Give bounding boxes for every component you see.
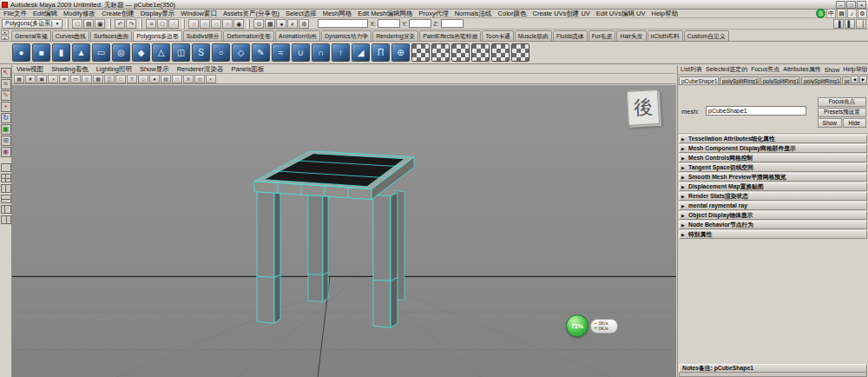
attribute-section-header[interactable]: Node Behavior节点行为 (679, 221, 867, 229)
shelf-tab[interactable]: General常规 (11, 30, 51, 41)
shelf-tab[interactable]: Muscle肌肉 (515, 30, 552, 41)
shelf-tab[interactable]: PaintEffects画笔特效 (419, 30, 481, 41)
layout-four-pane-button[interactable] (1, 174, 11, 182)
menu-item[interactable]: Color颜色 (498, 10, 527, 18)
attribute-section-header[interactable]: Tangent Space切线空间 (679, 163, 867, 172)
combine-icon[interactable]: ∪ (292, 43, 310, 62)
attribute-editor-menu-item[interactable]: Attributes属性 (783, 65, 821, 74)
tab-scroll-right-button[interactable]: ▶ (859, 76, 867, 83)
attribute-editor-menu-item[interactable]: Show (825, 67, 840, 73)
attribute-editor-menu-item[interactable]: Help帮助 (843, 65, 867, 74)
merge-vertices-icon[interactable]: ⊕ (391, 43, 410, 62)
z-coordinate-input[interactable] (441, 19, 464, 28)
safe-action-icon[interactable]: □ (115, 75, 126, 83)
film-gate-icon[interactable]: ▭ (70, 75, 81, 83)
table-leg-back-left-side[interactable] (323, 187, 328, 302)
table-leg-front-left-side[interactable] (274, 190, 280, 324)
wireframe-mode-icon[interactable]: ◇ (138, 75, 148, 83)
image-plane-icon[interactable]: ▣ (36, 75, 47, 83)
viewport-menu-item[interactable]: Shading着色 (51, 65, 89, 74)
menu-item[interactable]: Create创建 (102, 10, 135, 18)
attribute-section-header[interactable]: Render Stats渲染状态 (679, 192, 867, 201)
attribute-editor-menu-item[interactable]: List列表 (681, 65, 702, 74)
attribute-editor-menu-item[interactable]: Focus焦点 (751, 65, 779, 74)
quick-selection-input[interactable] (318, 19, 368, 28)
uv-planar-mapping-icon[interactable] (411, 43, 430, 62)
minimize-button[interactable]: − (836, 1, 845, 9)
toggle-attribute-editor-icon[interactable]: ▐ (833, 19, 844, 29)
attribute-section-header[interactable]: 特别属性 (679, 230, 867, 239)
new-scene-icon[interactable]: □ (72, 19, 82, 29)
uv-spherical-mapping-icon[interactable] (451, 43, 470, 62)
attribute-editor-tab[interactable]: polySplitRing15 (760, 76, 800, 84)
layout-two-pane-stacked-button[interactable] (1, 195, 11, 203)
shelf-tab[interactable]: nCloth布料 (648, 30, 683, 41)
toggle-tool-settings-icon[interactable]: ▌ (845, 19, 855, 29)
menu-set-dropdown[interactable]: Polygons(多边形) ▼ (2, 19, 62, 29)
undo-icon[interactable]: ↶ (115, 19, 125, 29)
checker-material-icon[interactable] (511, 43, 529, 62)
shelf-tab[interactable]: Hair头发 (616, 30, 646, 41)
language-bar-options-icon[interactable]: ⚙ (858, 9, 867, 18)
poly-prism-icon[interactable]: ◆ (132, 43, 150, 62)
show-button[interactable]: Show (818, 118, 842, 128)
shelf-tab[interactable]: Subdivs细分 (183, 30, 223, 41)
menu-item[interactable]: Edit Mesh编辑网格 (358, 10, 412, 18)
menu-item[interactable]: Create UVs创建 UV (533, 10, 590, 18)
uv-automatic-mapping-icon[interactable] (471, 43, 490, 62)
attribute-section-header[interactable]: Tessellation Attributes细化属性 (679, 135, 867, 143)
platonic-solid-icon[interactable]: ◇ (232, 43, 250, 62)
table-leg-front-left[interactable] (257, 192, 274, 324)
shelf-tab[interactable]: Fluids流体 (553, 30, 588, 41)
snap-to-view-plane-icon[interactable]: ∩ (222, 19, 233, 29)
poly-soccer-ball-icon[interactable]: ○ (212, 43, 230, 62)
attribute-section-header[interactable]: Smooth Mesh Preview平滑网格预览 (679, 173, 867, 182)
menu-item[interactable]: Edit编辑 (33, 10, 57, 18)
snap-to-curve-icon[interactable]: ∩ (200, 19, 210, 29)
tab-scroll-left-button[interactable]: ◀ (851, 76, 858, 83)
viewport-menu-item[interactable]: Lighting照明 (96, 65, 132, 74)
shelf-tab[interactable]: Custom自定义 (684, 30, 729, 41)
menu-item[interactable]: Window窗口 (181, 10, 217, 18)
hide-button[interactable]: Hide (843, 118, 867, 128)
bridge-icon[interactable]: Π (372, 43, 390, 62)
layout-two-pane-side-button[interactable] (1, 184, 11, 193)
make-live-icon[interactable]: ◉ (233, 19, 244, 29)
poly-plane-icon[interactable]: ▭ (92, 43, 110, 62)
menu-item[interactable]: Normals法线 (455, 10, 492, 18)
ime-chinese-icon[interactable]: 中 (826, 9, 836, 18)
viewport-menu-item[interactable]: Renderer渲染器 (177, 65, 224, 74)
shelf-tab[interactable]: Toon卡通 (482, 30, 513, 41)
bevel-icon[interactable]: ◢ (352, 43, 370, 62)
rotate-tool[interactable]: ↻ (1, 113, 11, 123)
poly-helix-icon[interactable]: S (192, 43, 210, 62)
shelf-tab[interactable]: Surfaces曲面 (90, 30, 132, 41)
sogou-pinyin-icon[interactable]: S (816, 9, 825, 18)
poly-pipe-icon[interactable]: ◫ (172, 43, 190, 62)
viewport-menu-item[interactable]: Show显示 (140, 65, 169, 74)
grid-toggle-icon[interactable]: # (59, 75, 69, 83)
presets-button[interactable]: Presets预设置 (818, 108, 866, 117)
attribute-section-header[interactable]: Mesh Controls网格控制 (679, 154, 867, 162)
layout-single-pane-button[interactable] (1, 163, 11, 172)
separate-icon[interactable]: ∩ (312, 43, 330, 62)
viewport-menu-item[interactable]: View视图 (16, 65, 43, 74)
viewport-menu-item[interactable]: Panels面板 (231, 65, 264, 74)
render-current-frame-icon[interactable]: ● (276, 19, 286, 29)
shelf-options-button[interactable]: ▴ (1, 36, 9, 40)
poly-cylinder-icon[interactable]: ▮ (52, 43, 70, 62)
attribute-editor-tab[interactable]: pCubeShape1 (679, 76, 719, 84)
attribute-section-header[interactable]: Object Display物体显示 (679, 211, 867, 220)
soft-modification-tool[interactable]: ◉ (1, 147, 11, 157)
use-default-material-icon[interactable]: ◌ (172, 75, 182, 83)
two-sided-lighting-icon[interactable]: ◑ (48, 75, 58, 83)
attribute-editor-menu-item[interactable]: Selected选定的 (706, 65, 747, 74)
table-leg-front-right[interactable] (373, 195, 391, 328)
safe-title-icon[interactable]: T (127, 75, 137, 83)
memory-usage-ball[interactable]: 71% (566, 314, 589, 337)
layout-persp-graph-button[interactable] (1, 215, 11, 224)
attribute-section-header[interactable]: Displacement Map置换贴图 (679, 182, 867, 191)
isolate-select-icon[interactable]: ◎ (194, 75, 205, 83)
shelf-tab[interactable]: Deformation变形 (223, 30, 274, 41)
menu-item[interactable]: File文件 (3, 10, 27, 18)
